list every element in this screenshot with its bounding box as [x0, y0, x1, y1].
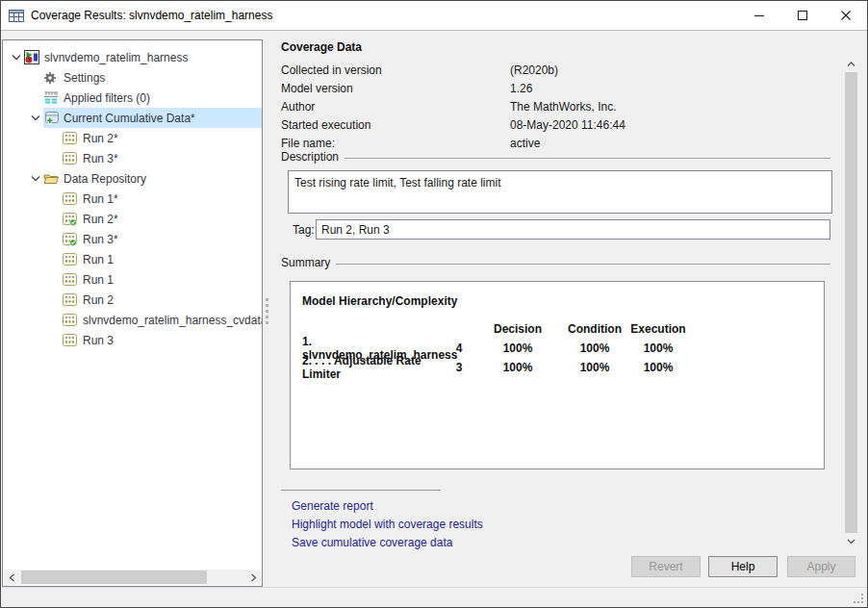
tree-item-run[interactable]: Run 1* [3, 189, 262, 209]
run-icon [63, 132, 80, 144]
app-table-icon [9, 10, 24, 22]
filter-icon [43, 91, 61, 104]
row-execution: 100% [625, 358, 691, 377]
tree-item-label: Data Repository [61, 172, 150, 186]
revert-button[interactable]: Revert [631, 556, 701, 577]
scroll-down-icon[interactable] [844, 533, 858, 549]
tree-horizontal-scrollbar[interactable] [4, 570, 261, 585]
row-condition: 100% [564, 358, 625, 377]
field-label: Model version [281, 82, 510, 95]
tree-item-applied-filters[interactable]: Applied filters (0) [3, 88, 262, 108]
run-icon [63, 334, 80, 346]
tree-item-label: Run 3* [80, 152, 122, 165]
row-decision: 100% [472, 339, 564, 358]
chevron-expanded-icon[interactable] [28, 114, 43, 121]
field-row: Model version 1.26 [281, 79, 733, 97]
scroll-up-icon[interactable] [844, 56, 858, 72]
coverage-data-heading: Coverage Data [281, 40, 362, 54]
description-label: Description [281, 150, 345, 164]
tree-item-run[interactable]: Run 1 [3, 249, 262, 269]
field-label: File name: [281, 137, 510, 150]
title-bar: Coverage Results: slvnvdemo_ratelim_harn… [1, 1, 867, 31]
coverage-fields: Collected in version (R2020b) Model vers… [281, 61, 733, 152]
field-row: Collected in version (R2020b) [281, 61, 733, 79]
tree-item-run[interactable]: Run 1 [3, 269, 262, 290]
status-bar-divider [1, 587, 867, 588]
panel-splitter[interactable] [266, 298, 268, 324]
tree-item-current-cumulative-data[interactable]: Current Cumulative Data* [3, 108, 262, 128]
minimize-button[interactable] [737, 1, 780, 30]
close-button[interactable] [824, 1, 867, 30]
tree-item-run[interactable]: Run 2 [3, 290, 262, 310]
folder-icon [43, 172, 61, 185]
column-header-condition: Condition [564, 319, 625, 339]
tree-item-run[interactable]: Run 3* [3, 229, 262, 249]
tree-item-label: slvnvdemo_ratelim_harness_cvdata_1 [80, 314, 263, 327]
tree-item-label: Run 1 [80, 253, 117, 266]
tree-item-label: Run 3 [80, 334, 117, 347]
scrollbar-thumb[interactable] [21, 570, 207, 584]
help-button[interactable]: Help [708, 556, 778, 577]
field-value: (R2020b) [510, 63, 558, 77]
generate-report-link[interactable]: Generate report [292, 499, 373, 513]
row-decision: 100% [472, 358, 564, 377]
run-icon [63, 253, 80, 266]
group-divider [345, 158, 830, 159]
tree-item-label: Run 1 [80, 273, 117, 287]
tree-item-label: Run 2* [80, 213, 122, 226]
field-value: The MathWorks, Inc. [510, 100, 616, 114]
panel-vertical-scrollbar[interactable] [844, 56, 858, 549]
row-execution: 100% [625, 339, 691, 358]
save-cumulative-link[interactable]: Save cumulative coverage data [292, 536, 452, 549]
tree-item-model-root[interactable]: slvnvdemo_ratelim_harness [3, 47, 262, 67]
field-value: active [510, 137, 540, 150]
tree-item-data-repository[interactable]: Data Repository [3, 168, 262, 189]
summary-table-title: Model Hierarchy/Complexity [302, 294, 824, 308]
cumulative-data-icon [43, 112, 61, 125]
row-complexity: 3 [447, 358, 472, 377]
run-check-icon [63, 233, 80, 246]
window-controls [737, 1, 867, 30]
scroll-left-icon[interactable] [4, 570, 19, 585]
results-tree: slvnvdemo_ratelim_harness [3, 47, 262, 350]
column-header-execution: Execution [625, 319, 691, 339]
description-textarea[interactable]: Test rising rate limit, Test falling rat… [288, 170, 832, 214]
resize-grip[interactable] [852, 592, 863, 603]
scrollbar-track[interactable] [19, 570, 245, 585]
run-icon [63, 192, 80, 205]
field-row: Author The MathWorks, Inc. [281, 97, 733, 115]
summary-group-header: Summary [281, 256, 830, 269]
highlight-model-link[interactable]: Highlight model with coverage results [292, 518, 483, 531]
run-icon [63, 293, 80, 306]
coverage-results-window: Coverage Results: slvnvdemo_ratelim_harn… [0, 0, 868, 608]
row-complexity: 4 [447, 339, 472, 358]
tag-input[interactable] [316, 219, 830, 240]
tree-item-run[interactable]: Run 2* [3, 209, 262, 229]
tree-item-label: Run 1* [80, 192, 122, 206]
field-value: 1.26 [510, 82, 532, 95]
tree-item-label: Current Cumulative Data* [61, 112, 199, 125]
links-divider [281, 490, 441, 491]
field-label: Author [281, 100, 510, 114]
tree-item-run[interactable]: Run 2* [3, 128, 262, 148]
scrollbar-thumb[interactable] [845, 72, 857, 533]
chevron-expanded-icon[interactable] [9, 54, 24, 61]
field-label: Started execution [281, 118, 510, 132]
tree-item-run[interactable]: Run 3 [3, 330, 262, 350]
row-name: 2. . . . Adjustable Rate Limiter [302, 358, 447, 377]
field-row: Started execution 08-May-2020 11:46:44 [281, 115, 733, 134]
window-title: Coverage Results: slvnvdemo_ratelim_harn… [31, 9, 272, 22]
maximize-button[interactable] [780, 1, 824, 30]
tree-item-label: Run 2* [80, 132, 122, 145]
tree-item-cvdata[interactable]: slvnvdemo_ratelim_harness_cvdata_1 [3, 310, 262, 330]
tree-item-settings[interactable]: Settings [3, 67, 262, 88]
apply-button[interactable]: Apply [787, 556, 855, 577]
tree-item-run[interactable]: Run 3* [3, 148, 262, 168]
column-header-decision: Decision [472, 319, 564, 339]
summary-report-box: Model Hierarchy/Complexity Decision Cond… [290, 281, 825, 469]
chevron-expanded-icon[interactable] [28, 175, 43, 182]
model-icon [24, 50, 41, 64]
results-tree-panel: slvnvdemo_ratelim_harness [2, 39, 263, 587]
field-label: Collected in version [281, 63, 510, 77]
scroll-right-icon[interactable] [245, 570, 261, 585]
